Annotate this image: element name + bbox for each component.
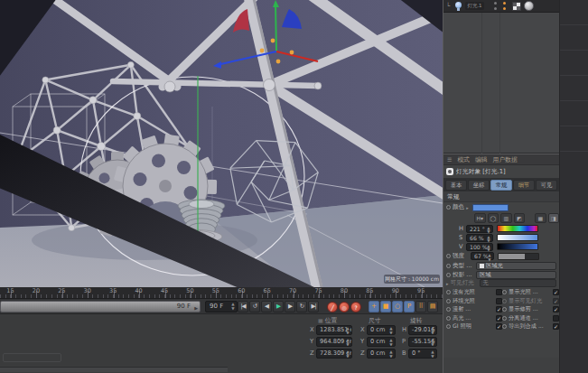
field-spinner[interactable]: ▲▼ — [388, 350, 394, 359]
material-sphere-icon[interactable] — [524, 1, 534, 11]
swatches-icon[interactable]: ▦ — [535, 213, 546, 223]
visibility-dots-icon[interactable] — [494, 2, 498, 11]
animation-dot-icon[interactable] — [446, 205, 451, 210]
tab-常规[interactable]: 常规 — [490, 180, 512, 191]
color-swatch[interactable] — [472, 204, 509, 211]
play-backwards-button[interactable]: ↺ — [249, 301, 260, 312]
field-spinner[interactable]: ▲▼ — [388, 339, 394, 347]
coord-field[interactable]: 0 cm▲▼ — [367, 349, 396, 359]
record-keyframe-button[interactable]: ╱ — [327, 302, 338, 312]
wheel-mode-icon[interactable]: ◯ — [488, 213, 499, 223]
timeline-ruler[interactable]: 1520253035404550556065707580859095 — [0, 287, 443, 299]
record-position-toggle[interactable]: + — [369, 301, 379, 312]
frame-spinner[interactable]: ▲▼ — [230, 303, 236, 311]
value-gradient-bar[interactable] — [497, 243, 538, 250]
render-tag-icon[interactable] — [512, 2, 521, 11]
coord-field[interactable]: -29.016 °▲▼ — [408, 325, 437, 335]
field-spinner[interactable]: ▲▼ — [345, 327, 350, 335]
saturation-field[interactable]: 66 %▲▼ — [466, 234, 493, 242]
value-field[interactable]: 100 %▲▼ — [466, 243, 493, 251]
play-button[interactable]: ▶ — [273, 301, 284, 312]
range-handle-icon[interactable]: ▶ — [194, 303, 198, 313]
animation-dot-icon[interactable] — [446, 316, 451, 321]
menu-userdata[interactable]: 用户数据 — [493, 155, 518, 164]
autokey-button[interactable]: ◎ — [339, 302, 350, 312]
field-spinner[interactable]: ▲▼ — [430, 339, 435, 347]
picker-mode-icon[interactable]: ◩ — [514, 213, 526, 223]
expand-arrow-icon[interactable]: ▸ — [446, 281, 449, 286]
goto-start-button[interactable]: |◀ — [238, 301, 248, 312]
saturation-gradient-bar[interactable] — [497, 234, 538, 241]
coord-field[interactable]: 1283.851 cm▲▼ — [316, 325, 352, 335]
menu-edit[interactable]: 编辑 — [475, 155, 488, 164]
coord-field[interactable]: 0 °▲▼ — [408, 349, 437, 359]
field-spinner[interactable]: ▲▼ — [345, 350, 350, 359]
record-pla-toggle[interactable]: ⠿ — [415, 301, 426, 312]
light-type-dropdown[interactable]: 区域光 — [476, 262, 556, 270]
field-spinner[interactable]: ▲▼ — [430, 350, 435, 359]
animation-dot-icon[interactable] — [446, 307, 451, 312]
animation-dot-icon[interactable] — [502, 324, 507, 329]
option-checkbox[interactable]: ✓ — [553, 306, 559, 312]
intensity-field[interactable]: 67 %▲▼ — [471, 252, 494, 260]
previous-frame-button[interactable]: ◀ — [261, 301, 272, 312]
coord-field[interactable]: 964.809 cm▲▼ — [316, 337, 352, 347]
animation-dot-icon[interactable] — [446, 324, 451, 329]
animation-dot-icon[interactable] — [502, 290, 507, 294]
viewport-3d[interactable]: 网格尺寸 : 10000 cm — [0, 0, 443, 287]
tab-可见[interactable]: 可见 — [536, 180, 557, 191]
record-rotation-toggle[interactable]: ○ — [392, 301, 403, 312]
menu-icon[interactable]: ☰ — [447, 156, 452, 163]
field-spinner[interactable]: ▲▼ — [430, 327, 435, 335]
animation-dot-icon[interactable] — [446, 264, 451, 268]
enable-dots-icon[interactable] — [503, 2, 507, 11]
hue-field[interactable]: 221 °▲▼ — [466, 225, 493, 233]
animation-dot-icon[interactable] — [446, 273, 451, 277]
timeline-window-button[interactable]: ▤ — [427, 301, 438, 312]
option-checkbox[interactable] — [553, 315, 559, 322]
animation-dot-icon[interactable] — [446, 299, 451, 303]
coord-field[interactable]: 0 cm▲▼ — [367, 337, 396, 347]
expand-arrow-icon[interactable]: ▸ — [466, 205, 469, 210]
current-frame-field[interactable]: 90 F ▲▼ — [205, 301, 238, 312]
option-checkbox[interactable] — [496, 298, 502, 304]
tab-坐标[interactable]: 坐标 — [468, 180, 490, 191]
coord-field[interactable]: 728.309 cm▲▼ — [316, 349, 352, 359]
shadow-type-dropdown[interactable]: 区域 — [476, 271, 556, 279]
option-checkbox[interactable]: ✓ — [553, 289, 559, 295]
next-frame-button[interactable]: ▶ — [285, 301, 295, 312]
record-parameter-toggle[interactable]: P — [404, 301, 415, 312]
option-checkbox[interactable]: ✓ — [553, 323, 559, 330]
menu-mode[interactable]: 模式 — [457, 155, 470, 164]
material-manager-area[interactable] — [0, 314, 307, 373]
field-spinner[interactable]: ▲▼ — [345, 339, 350, 347]
keyframe-selection-button[interactable]: ? — [350, 302, 361, 312]
hsv-mode-icon[interactable]: H▾ — [474, 213, 486, 223]
tab-细节[interactable]: 细节 — [513, 180, 535, 191]
option-checkbox[interactable]: ✓ — [496, 306, 502, 312]
animation-dot-icon[interactable] — [502, 307, 507, 312]
option-checkbox[interactable]: ✓ — [553, 298, 559, 304]
option-checkbox[interactable]: ✓ — [496, 315, 502, 322]
visible-light-dropdown[interactable]: 无 — [480, 279, 556, 287]
tab-基本[interactable]: 基本 — [445, 180, 467, 191]
object-name-label[interactable]: 灯光.1 — [465, 2, 484, 10]
screen-picker-icon[interactable]: ◨ — [548, 213, 560, 223]
coord-field[interactable]: -55.156 °▲▼ — [408, 337, 437, 347]
option-checkbox[interactable] — [496, 289, 502, 295]
object-manager-body[interactable] — [443, 13, 559, 154]
coord-field[interactable]: 0 cm▲▼ — [367, 325, 396, 335]
hue-gradient-bar[interactable] — [497, 225, 538, 232]
record-scale-toggle[interactable]: ■ — [380, 301, 391, 312]
preview-range-slider[interactable]: 90 F ▶ — [0, 301, 201, 312]
goto-end-button[interactable]: ▶| — [308, 301, 319, 312]
animation-dot-icon[interactable] — [446, 290, 451, 294]
field-spinner[interactable]: ▲▼ — [388, 327, 394, 335]
animation-dot-icon[interactable] — [502, 299, 507, 303]
animation-dot-icon[interactable] — [446, 254, 451, 258]
spectrum-mode-icon[interactable]: ▥ — [500, 213, 512, 223]
option-checkbox[interactable]: ✓ — [496, 323, 502, 330]
light-object-icon[interactable] — [454, 2, 462, 11]
intensity-slider[interactable] — [498, 253, 539, 260]
section-header[interactable]: 常规 — [443, 191, 559, 202]
